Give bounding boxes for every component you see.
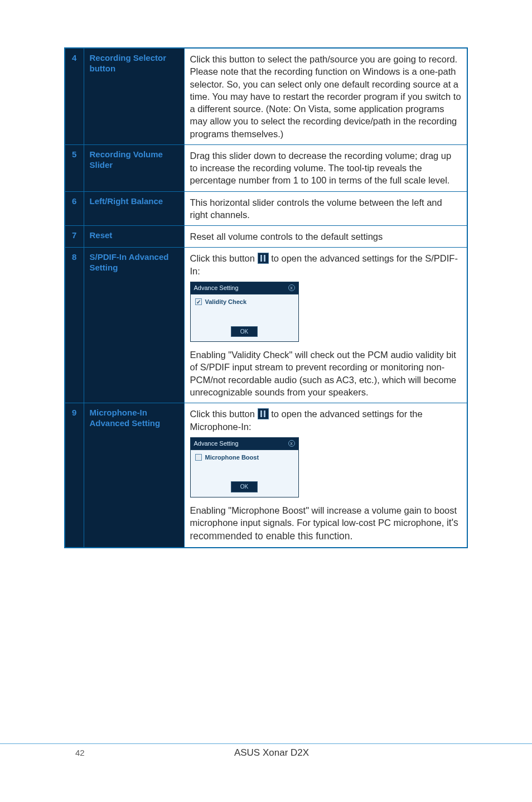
row-name: Microphone-In Advanced Setting (84, 403, 184, 548)
row-number: 5 (65, 144, 84, 191)
dialog-title: Advance Setting (194, 439, 239, 448)
dialog-body: Microphone Boost OK (191, 450, 298, 497)
row-name: Recording Volume Slider (84, 144, 184, 191)
row-name: Recording Selector button (84, 48, 184, 144)
advanced-settings-icon (258, 253, 269, 264)
row-number: 9 (65, 403, 84, 548)
footer-title: ASUS Xonar D2X (75, 747, 468, 758)
row-description: Click this button to select the path/sou… (184, 48, 467, 144)
desc-text-after2a: Enabling "Microphone Boost" will increas… (190, 505, 457, 528)
table-row: 6 Left/Right Balance This horizontal sli… (65, 191, 467, 226)
checkbox-row: Microphone Boost (195, 453, 294, 462)
table-row: 9 Microphone-In Advanced Setting Click t… (65, 403, 467, 548)
microphone-boost-checkbox (195, 454, 202, 461)
checkbox-label: Microphone Boost (205, 453, 259, 462)
advance-setting-dialog: Advance Setting x Microphone Boost OK (190, 437, 299, 497)
table-row: 7 Reset Reset all volume controls to the… (65, 226, 467, 248)
dialog-titlebar: Advance Setting x (191, 438, 298, 450)
row-number: 6 (65, 191, 84, 226)
table-row: 4 Recording Selector button Click this b… (65, 48, 467, 144)
desc-text-before: Click this button (190, 409, 258, 419)
row-number: 7 (65, 226, 84, 248)
advance-setting-dialog: Advance Setting x ✓ Validity Check OK (190, 282, 299, 342)
row-description: Click this button to open the advanced s… (184, 403, 467, 548)
row-description: Reset all volume controls to the default… (184, 226, 467, 248)
row-number: 4 (65, 48, 84, 144)
page-footer: 42 ASUS Xonar D2X (0, 743, 532, 758)
row-description: This horizontal slider controls the volu… (184, 191, 467, 226)
dialog-title: Advance Setting (194, 284, 239, 292)
row-description: Click this button to open the advanced s… (184, 248, 467, 403)
settings-table: 4 Recording Selector button Click this b… (64, 47, 468, 548)
desc-text-before: Click this button (190, 253, 258, 263)
checkbox-label: Validity Check (205, 298, 247, 306)
row-name: Reset (84, 226, 184, 248)
ok-button: OK (231, 326, 258, 337)
advanced-settings-icon (258, 408, 269, 419)
row-number: 8 (65, 248, 84, 403)
validity-check-checkbox: ✓ (195, 298, 202, 305)
row-name: S/PDIF-In Advanced Setting (84, 248, 184, 403)
checkbox-row: ✓ Validity Check (195, 298, 294, 306)
close-icon: x (288, 440, 295, 447)
row-name: Left/Right Balance (84, 191, 184, 226)
table-row: 8 S/PDIF-In Advanced Setting Click this … (65, 248, 467, 403)
row-description: Drag this slider down to decrease the re… (184, 144, 467, 191)
ok-button: OK (231, 481, 258, 492)
close-icon: x (288, 284, 295, 291)
desc-text-after2: Enabling "Validity Check" will check out… (190, 350, 457, 397)
table-row: 5 Recording Volume Slider Drag this slid… (65, 144, 467, 191)
dialog-body: ✓ Validity Check OK (191, 294, 298, 341)
dialog-titlebar: Advance Setting x (191, 282, 298, 294)
